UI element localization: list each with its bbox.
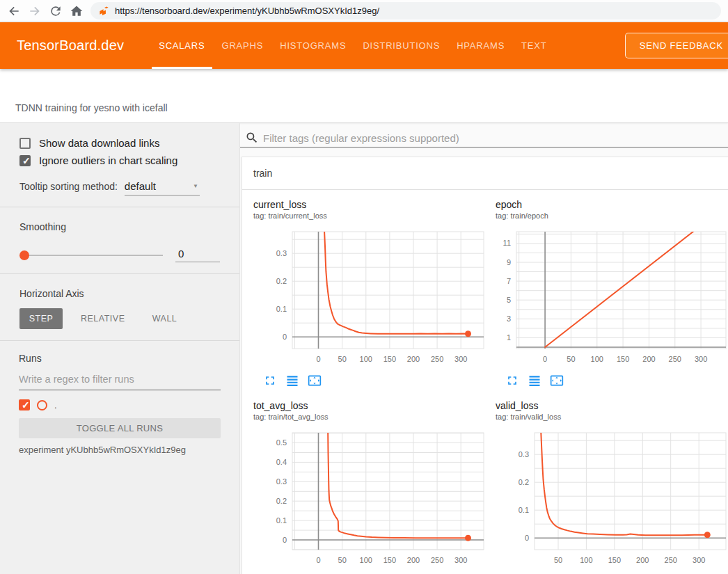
- smoothing-slider[interactable]: [19, 250, 163, 260]
- forward-icon[interactable]: [28, 4, 42, 18]
- url-text: https://tensorboard.dev/experiment/yKUbh…: [115, 6, 379, 16]
- runs-filter-input[interactable]: [19, 371, 221, 390]
- scalar-chart-valid-loss[interactable]: 5010015020025030000.10.20.3: [496, 422, 728, 571]
- fit-to-domain-icon: [308, 374, 322, 388]
- content: Show data download links Ignore outliers…: [0, 123, 728, 574]
- refresh-icon[interactable]: [49, 4, 63, 18]
- svg-text:150: 150: [617, 355, 629, 363]
- svg-text:300: 300: [454, 355, 467, 363]
- brand-title[interactable]: TensorBoard.dev: [17, 38, 124, 54]
- smoothing-value[interactable]: 0: [175, 248, 220, 262]
- tab-graphs[interactable]: GRAPHS: [214, 22, 272, 69]
- tooltip-sorting-label: Tooltip sorting method:: [19, 181, 118, 192]
- tooltip-sorting-dropdown[interactable]: default ▼: [125, 180, 200, 196]
- data-table-icon: [528, 374, 541, 388]
- smoothing-label: Smoothing: [19, 221, 220, 232]
- svg-text:1: 1: [507, 333, 511, 342]
- run-color-swatch: [37, 400, 47, 410]
- fullscreen-icon: [263, 374, 277, 388]
- svg-text:250: 250: [431, 355, 443, 363]
- svg-text:200: 200: [636, 556, 649, 564]
- svg-text:0.4: 0.4: [276, 458, 287, 466]
- chart-tag: tag: train/tot_avg_loss: [253, 413, 496, 421]
- show-download-label: Show data download links: [39, 137, 159, 149]
- slider-track[interactable]: [19, 255, 163, 256]
- svg-text:0.3: 0.3: [276, 477, 287, 486]
- show-download-row: Show data download links: [19, 137, 220, 149]
- svg-text:0.5: 0.5: [276, 438, 287, 447]
- url-bar[interactable]: https://tensorboard.dev/experiment/yKUbh…: [90, 2, 721, 19]
- svg-text:0: 0: [283, 536, 287, 544]
- main-pane: train current_loss tag: train/current_lo…: [240, 123, 728, 574]
- back-icon[interactable]: [7, 4, 21, 18]
- svg-text:300: 300: [693, 556, 705, 564]
- svg-text:0: 0: [316, 556, 320, 564]
- runs-section: Runs . TOGGLE ALL RUNS experiment yKUbhb…: [0, 341, 239, 465]
- tensorboard-logo-icon: [99, 6, 109, 16]
- fit-domain-button[interactable]: [550, 374, 564, 388]
- svg-text:3: 3: [507, 314, 511, 323]
- toggle-all-runs-button[interactable]: TOGGLE ALL RUNS: [19, 418, 221, 438]
- tag-filter-row: [240, 123, 728, 148]
- svg-text:5: 5: [507, 296, 511, 304]
- expand-chart-button[interactable]: [263, 374, 277, 388]
- ignore-outliers-label: Ignore outliers in chart scaling: [39, 154, 177, 166]
- chart-title: epoch: [496, 199, 728, 210]
- svg-text:200: 200: [642, 355, 655, 363]
- tag-group-card: train current_loss tag: train/current_lo…: [242, 157, 728, 574]
- svg-text:50: 50: [338, 355, 347, 363]
- tab-hparams[interactable]: HPARAMS: [448, 22, 513, 69]
- axis-relative-button[interactable]: RELATIVE: [72, 308, 134, 329]
- scalar-chart-epoch[interactable]: 0501001502002503001357911: [496, 221, 728, 369]
- tag-filter-input[interactable]: [263, 132, 728, 144]
- chart-actions: [505, 374, 728, 388]
- svg-text:300: 300: [454, 556, 467, 564]
- svg-text:150: 150: [608, 556, 621, 564]
- run-data-button[interactable]: [285, 374, 299, 388]
- tab-distributions[interactable]: DISTRIBUTIONS: [354, 22, 448, 69]
- scalar-chart-current-loss[interactable]: 05010015020025030000.10.20.3: [253, 221, 486, 369]
- chart-tag: tag: train/current_loss: [253, 212, 496, 220]
- svg-text:50: 50: [338, 556, 347, 564]
- home-icon[interactable]: [70, 4, 84, 18]
- scalar-chart-tot-avg-loss[interactable]: 05010015020025030000.10.20.30.40.5: [253, 422, 486, 571]
- ignore-outliers-row: Ignore outliers in chart scaling: [19, 154, 220, 166]
- tab-histograms[interactable]: HISTOGRAMS: [271, 22, 354, 69]
- experiment-id-label: experiment yKUbhb5wRmOSXYkId1z9eg: [19, 445, 221, 455]
- svg-text:0.3: 0.3: [519, 450, 529, 459]
- chart-card-valid-loss: valid_loss tag: train/valid_loss 5010015…: [496, 400, 728, 574]
- run-data-button[interactable]: [528, 374, 541, 388]
- run-row: .: [19, 399, 221, 410]
- fit-domain-button[interactable]: [308, 374, 322, 388]
- general-options-section: Show data download links Ignore outliers…: [0, 123, 239, 207]
- tab-scalars[interactable]: SCALARS: [150, 22, 213, 69]
- run-checkbox[interactable]: [19, 399, 30, 410]
- slider-thumb[interactable]: [19, 250, 29, 260]
- tab-bar: SCALARS GRAPHS HISTOGRAMS DISTRIBUTIONS …: [150, 22, 555, 69]
- send-feedback-button[interactable]: SEND FEEDBACK: [625, 33, 728, 58]
- smoothing-section: Smoothing 0: [0, 207, 239, 274]
- axis-step-button[interactable]: STEP: [19, 308, 63, 329]
- svg-text:0: 0: [525, 534, 529, 542]
- tag-group-header[interactable]: train: [242, 157, 728, 190]
- show-download-checkbox[interactable]: [19, 138, 31, 149]
- chart-title: tot_avg_loss: [253, 400, 496, 411]
- svg-text:200: 200: [407, 556, 420, 564]
- runs-label: Runs: [19, 353, 221, 364]
- sidebar: Show data download links Ignore outliers…: [0, 123, 240, 574]
- ignore-outliers-checkbox[interactable]: [19, 155, 31, 166]
- tab-text[interactable]: TEXT: [513, 22, 555, 69]
- svg-text:300: 300: [695, 355, 707, 363]
- svg-text:100: 100: [360, 355, 372, 363]
- axis-wall-button[interactable]: WALL: [143, 308, 187, 329]
- chart-card-tot-avg-loss: tot_avg_loss tag: train/tot_avg_loss 050…: [253, 400, 496, 574]
- run-name: .: [54, 400, 57, 410]
- fullscreen-icon: [505, 374, 519, 388]
- svg-text:11: 11: [503, 239, 511, 247]
- horizontal-axis-label: Horizontal Axis: [19, 288, 220, 299]
- browser-bar: https://tensorboard.dev/experiment/yKUbh…: [0, 0, 728, 22]
- svg-text:250: 250: [669, 355, 681, 363]
- svg-text:9: 9: [507, 258, 511, 266]
- expand-chart-button[interactable]: [505, 374, 519, 388]
- svg-text:0.2: 0.2: [276, 277, 287, 285]
